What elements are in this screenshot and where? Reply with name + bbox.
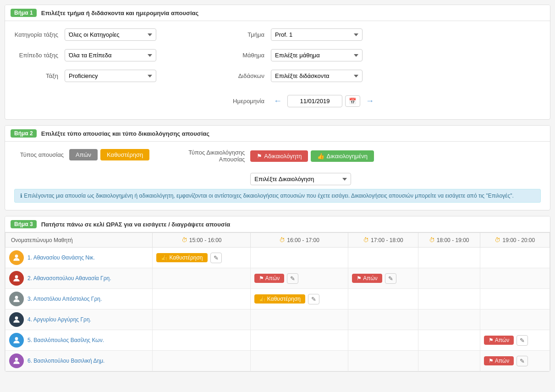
cell-student-5-slot-4[interactable]: ⚑ Απών ✎: [480, 330, 550, 351]
clock-icon-1: ⏱: [279, 237, 285, 243]
justified-button[interactable]: 👍 Δικαιολογημένη: [311, 150, 374, 162]
class-select[interactable]: Proficiency: [65, 70, 156, 82]
cell-action: ⚑ Απών ✎: [484, 356, 546, 366]
date-next-button[interactable]: →: [363, 95, 377, 107]
date-input[interactable]: [287, 95, 342, 107]
cell-student-2-slot-0[interactable]: [153, 268, 250, 289]
table-row: 4. Αργυρίου Αργύρης Γρη.: [5, 309, 550, 330]
date-row: Ημερομηνία ← 📅 →: [220, 95, 377, 107]
step1-left-col: Κατηγορία τάξης Όλες οι Κατηγορίες Επίπε…: [14, 28, 156, 112]
department-row: Τμήμα Prof. 1: [220, 28, 377, 41]
student-name-4[interactable]: 4. Αργυρίου Αργύρης Γρη.: [27, 316, 91, 323]
justification-row: Τύπος Δικαιολόγησης Απουσίας ⚑ Αδικαιολό…: [177, 149, 374, 163]
lesson-select[interactable]: Επιλέξτε μάθημα: [271, 49, 363, 61]
student-name-3[interactable]: 3. Αποστόλου Απόστολος Γρη.: [27, 296, 102, 302]
svg-point-1: [15, 275, 18, 278]
timeslot-header-1: ⏱ 16:00 - 17:00: [250, 233, 348, 248]
absent-cell-button[interactable]: ⚑ Απών: [484, 356, 514, 365]
edit-button[interactable]: ✎: [210, 253, 222, 263]
absence-type-buttons: Απών Καθυστέρηση: [69, 149, 149, 160]
absence-type-label: Τύπος απουσίας: [14, 151, 69, 158]
thumbsup-icon: 👍: [317, 153, 324, 160]
cell-student-2-slot-4[interactable]: [480, 268, 550, 289]
cell-action: ⚑ Απών ✎: [352, 273, 414, 284]
cell-student-5-slot-3[interactable]: [418, 330, 480, 351]
avatar-3: [9, 292, 24, 306]
cell-student-3-slot-1[interactable]: 👍 Καθυστέρηση ✎: [250, 289, 348, 309]
info-icon: ℹ: [20, 193, 22, 199]
cell-student-2-slot-3[interactable]: [418, 268, 480, 289]
cell-student-2-slot-1[interactable]: ⚑ Απών ✎: [250, 268, 348, 289]
step1-header: Βήμα 1 Επιλέξτε τμήμα ή διδάσκοντα και η…: [5, 5, 550, 21]
edit-button[interactable]: ✎: [517, 356, 528, 366]
level-select[interactable]: Όλα τα Επίπεδα: [65, 49, 156, 61]
cell-student-3-slot-3[interactable]: [418, 289, 480, 309]
cell-student-3-slot-2[interactable]: [348, 289, 418, 309]
timeslot-header-3: ⏱ 18:00 - 19:00: [418, 233, 480, 248]
svg-point-5: [15, 358, 18, 361]
avatar-2: [9, 271, 24, 286]
svg-point-3: [15, 316, 18, 320]
level-label: Επίπεδο τάξης: [14, 52, 65, 59]
cell-student-4-slot-4[interactable]: [480, 309, 550, 330]
absent-cell-button[interactable]: ⚑ Απών: [484, 336, 514, 345]
avatar-4: [9, 312, 24, 327]
justification-select[interactable]: Επιλέξτε Δικαιολόγηση: [250, 173, 351, 185]
step2-section: Βήμα 2 Επιλέξτε τύπο απουσίας και τύπο δ…: [5, 125, 550, 210]
cell-student-5-slot-1[interactable]: [250, 330, 348, 351]
cell-student-4-slot-3[interactable]: [418, 309, 480, 330]
student-name-1[interactable]: 1. Αθανασίου Θανάσης Νικ.: [27, 254, 95, 261]
absent-icon: ⚑: [489, 337, 494, 343]
cell-student-3-slot-4[interactable]: [480, 289, 550, 309]
edit-button[interactable]: ✎: [287, 273, 298, 284]
department-select[interactable]: Prof. 1: [271, 28, 363, 41]
student-name-6[interactable]: 6. Βασιλοπούλου Βασιλική Δημ.: [27, 358, 104, 364]
teacher-select[interactable]: Επιλέξτε διδάσκοντα: [271, 70, 363, 82]
date-prev-button[interactable]: ←: [271, 95, 285, 107]
absent-cell-button[interactable]: ⚑ Απών: [254, 274, 284, 283]
edit-button[interactable]: ✎: [517, 335, 528, 346]
cell-student-1-slot-0[interactable]: 👍 Καθυστέρηση ✎: [153, 248, 250, 268]
late-cell-button[interactable]: 👍 Καθυστέρηση: [254, 294, 305, 304]
unjustified-button[interactable]: ⚑ Αδικαιολόγητη: [250, 150, 308, 162]
svg-point-4: [15, 337, 18, 340]
student-cell-5: 5. Βασιλόπουλος Βασίλης Κων.: [5, 330, 153, 351]
cell-student-1-slot-1[interactable]: [250, 248, 348, 268]
timeslot-label-2: 17:00 - 18:00: [371, 237, 403, 243]
cell-student-1-slot-4[interactable]: [480, 248, 550, 268]
absent-cell-button[interactable]: ⚑ Απών: [352, 274, 382, 283]
calendar-button[interactable]: 📅: [345, 95, 360, 107]
step3-badge: Βήμα 3: [11, 220, 37, 228]
cell-student-4-slot-2[interactable]: [348, 309, 418, 330]
table-row: 5. Βασιλόπουλος Βασίλης Κων. ⚑ Απών ✎: [5, 330, 550, 351]
flag-icon: ⚑: [257, 153, 262, 160]
timeslot-label-1: 16:00 - 17:00: [287, 237, 319, 243]
cell-student-6-slot-2[interactable]: [348, 351, 418, 371]
timeslot-header-0: ⏱ 15:00 - 16:00: [153, 233, 250, 248]
cell-student-6-slot-0[interactable]: [153, 351, 250, 371]
cell-student-4-slot-0[interactable]: [153, 309, 250, 330]
cell-student-6-slot-3[interactable]: [418, 351, 480, 371]
justification-buttons: ⚑ Αδικαιολόγητη 👍 Δικαιολογημένη: [250, 150, 374, 162]
cell-student-6-slot-1[interactable]: [250, 351, 348, 371]
cell-student-6-slot-4[interactable]: ⚑ Απών ✎: [480, 351, 550, 371]
cell-student-1-slot-3[interactable]: [418, 248, 480, 268]
student-name-5[interactable]: 5. Βασιλόπουλος Βασίλης Κων.: [27, 337, 104, 343]
late-cell-button[interactable]: 👍 Καθυστέρηση: [156, 253, 207, 262]
avatar-5: [9, 333, 24, 348]
absent-button[interactable]: Απών: [69, 149, 98, 160]
info-text: Επιλέγοντας μια απουσία ως δικαιολογημέν…: [24, 193, 514, 199]
late-button[interactable]: Καθυστέρηση: [100, 149, 149, 160]
cell-student-5-slot-0[interactable]: [153, 330, 250, 351]
cell-student-4-slot-1[interactable]: [250, 309, 348, 330]
edit-button[interactable]: ✎: [385, 273, 396, 284]
step3-header: Βήμα 3 Πατήστε πάνω σε κελί ΩΡΑΣ για να …: [5, 216, 550, 232]
category-label: Κατηγορία τάξης: [14, 31, 65, 38]
cell-student-2-slot-2[interactable]: ⚑ Απών ✎: [348, 268, 418, 289]
cell-student-1-slot-2[interactable]: [348, 248, 418, 268]
category-select[interactable]: Όλες οι Κατηγορίες: [65, 28, 156, 41]
edit-button[interactable]: ✎: [308, 294, 319, 304]
student-name-2[interactable]: 2. Αθανασοπούλου Αθανασία Γρη.: [27, 275, 111, 282]
cell-student-3-slot-0[interactable]: [153, 289, 250, 309]
cell-student-5-slot-2[interactable]: [348, 330, 418, 351]
